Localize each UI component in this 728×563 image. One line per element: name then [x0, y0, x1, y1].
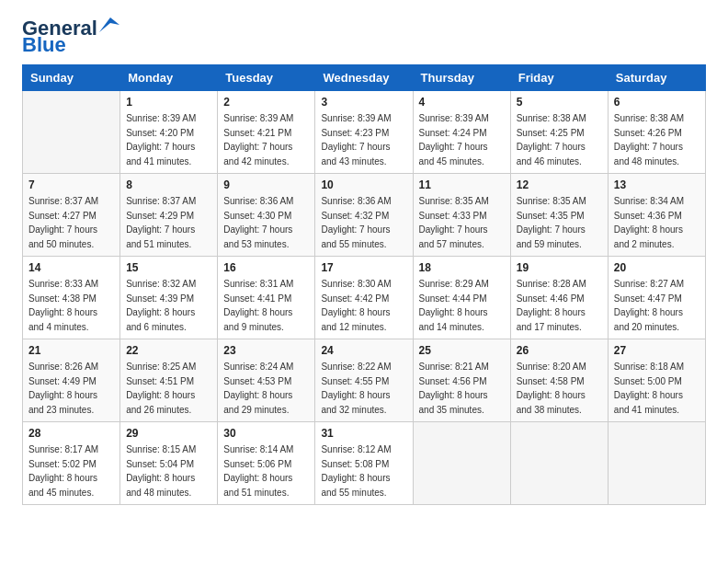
weekday-header: Sunday [23, 65, 120, 91]
calendar-cell: 5Sunrise: 8:38 AM Sunset: 4:25 PM Daylig… [510, 91, 608, 174]
calendar-cell: 15Sunrise: 8:32 AM Sunset: 4:39 PM Dayli… [120, 257, 218, 339]
calendar-cell [608, 422, 705, 505]
day-number: 3 [321, 96, 406, 109]
weekday-header: Monday [120, 65, 218, 91]
day-number: 2 [223, 96, 309, 109]
calendar-cell: 14Sunrise: 8:33 AM Sunset: 4:38 PM Dayli… [23, 257, 120, 339]
calendar-cell: 6Sunrise: 8:38 AM Sunset: 4:26 PM Daylig… [608, 91, 705, 174]
day-number: 21 [28, 344, 114, 357]
day-info: Sunrise: 8:36 AM Sunset: 4:32 PM Dayligh… [321, 194, 406, 251]
calendar-cell [23, 91, 120, 174]
day-info: Sunrise: 8:31 AM Sunset: 4:41 PM Dayligh… [223, 277, 309, 334]
calendar-cell: 3Sunrise: 8:39 AM Sunset: 4:23 PM Daylig… [315, 91, 413, 174]
calendar-cell: 2Sunrise: 8:39 AM Sunset: 4:21 PM Daylig… [218, 91, 315, 174]
calendar-cell [413, 422, 510, 505]
weekday-header: Tuesday [218, 65, 315, 91]
day-info: Sunrise: 8:37 AM Sunset: 4:27 PM Dayligh… [28, 194, 114, 251]
calendar-cell: 9Sunrise: 8:36 AM Sunset: 4:30 PM Daylig… [218, 174, 315, 257]
calendar-cell: 25Sunrise: 8:21 AM Sunset: 4:56 PM Dayli… [413, 339, 510, 422]
day-number: 8 [126, 178, 211, 191]
day-number: 20 [614, 261, 700, 274]
day-number: 14 [28, 261, 114, 274]
calendar-cell: 30Sunrise: 8:14 AM Sunset: 5:06 PM Dayli… [218, 422, 315, 505]
calendar-cell: 4Sunrise: 8:39 AM Sunset: 4:24 PM Daylig… [413, 91, 510, 174]
calendar-cell: 21Sunrise: 8:26 AM Sunset: 4:49 PM Dayli… [23, 339, 120, 422]
day-info: Sunrise: 8:14 AM Sunset: 5:06 PM Dayligh… [223, 442, 309, 500]
day-info: Sunrise: 8:33 AM Sunset: 4:38 PM Dayligh… [28, 277, 114, 334]
day-info: Sunrise: 8:34 AM Sunset: 4:36 PM Dayligh… [614, 194, 700, 251]
calendar-cell: 27Sunrise: 8:18 AM Sunset: 5:00 PM Dayli… [608, 339, 705, 422]
day-info: Sunrise: 8:12 AM Sunset: 5:08 PM Dayligh… [321, 442, 406, 500]
weekday-header: Wednesday [315, 65, 413, 91]
day-info: Sunrise: 8:17 AM Sunset: 5:02 PM Dayligh… [28, 442, 114, 500]
calendar-table: SundayMondayTuesdayWednesdayThursdayFrid… [22, 64, 706, 505]
day-number: 7 [28, 178, 114, 191]
day-number: 27 [614, 344, 700, 357]
day-number: 28 [28, 427, 114, 440]
calendar-cell: 28Sunrise: 8:17 AM Sunset: 5:02 PM Dayli… [23, 422, 120, 505]
day-number: 24 [321, 344, 406, 357]
day-info: Sunrise: 8:26 AM Sunset: 4:49 PM Dayligh… [28, 360, 114, 417]
logo-text-blue: Blue [22, 35, 66, 55]
day-info: Sunrise: 8:18 AM Sunset: 5:00 PM Dayligh… [614, 360, 700, 417]
calendar-cell: 20Sunrise: 8:27 AM Sunset: 4:47 PM Dayli… [608, 257, 705, 339]
day-number: 5 [517, 96, 602, 109]
day-number: 18 [419, 261, 505, 274]
calendar-week-row: 1Sunrise: 8:39 AM Sunset: 4:20 PM Daylig… [23, 91, 706, 174]
calendar-cell: 31Sunrise: 8:12 AM Sunset: 5:08 PM Dayli… [315, 422, 413, 505]
weekday-header: Saturday [608, 65, 705, 91]
calendar-cell: 22Sunrise: 8:25 AM Sunset: 4:51 PM Dayli… [120, 339, 218, 422]
weekday-header-row: SundayMondayTuesdayWednesdayThursdayFrid… [23, 65, 706, 91]
day-number: 12 [517, 178, 602, 191]
day-info: Sunrise: 8:39 AM Sunset: 4:24 PM Dayligh… [419, 111, 505, 168]
day-info: Sunrise: 8:38 AM Sunset: 4:25 PM Dayligh… [517, 111, 602, 168]
day-info: Sunrise: 8:30 AM Sunset: 4:42 PM Dayligh… [321, 277, 406, 334]
day-info: Sunrise: 8:39 AM Sunset: 4:21 PM Dayligh… [223, 111, 309, 168]
day-number: 11 [419, 178, 505, 191]
logo-bird-icon [99, 17, 119, 32]
calendar-header: SundayMondayTuesdayWednesdayThursdayFrid… [23, 65, 706, 91]
day-number: 22 [126, 344, 211, 357]
calendar-cell: 17Sunrise: 8:30 AM Sunset: 4:42 PM Dayli… [315, 257, 413, 339]
weekday-header: Thursday [413, 65, 510, 91]
calendar-cell: 23Sunrise: 8:24 AM Sunset: 4:53 PM Dayli… [218, 339, 315, 422]
day-info: Sunrise: 8:21 AM Sunset: 4:56 PM Dayligh… [419, 360, 505, 417]
day-number: 31 [321, 427, 406, 440]
logo: General Blue [22, 18, 119, 55]
day-info: Sunrise: 8:25 AM Sunset: 4:51 PM Dayligh… [126, 360, 211, 417]
calendar-cell: 29Sunrise: 8:15 AM Sunset: 5:04 PM Dayli… [120, 422, 218, 505]
day-number: 26 [517, 344, 602, 357]
day-info: Sunrise: 8:37 AM Sunset: 4:29 PM Dayligh… [126, 194, 211, 251]
day-number: 6 [614, 96, 700, 109]
day-info: Sunrise: 8:29 AM Sunset: 4:44 PM Dayligh… [419, 277, 505, 334]
day-number: 15 [126, 261, 211, 274]
calendar-cell: 13Sunrise: 8:34 AM Sunset: 4:36 PM Dayli… [608, 174, 705, 257]
day-number: 19 [517, 261, 602, 274]
calendar-cell: 12Sunrise: 8:35 AM Sunset: 4:35 PM Dayli… [510, 174, 608, 257]
day-info: Sunrise: 8:32 AM Sunset: 4:39 PM Dayligh… [126, 277, 211, 334]
day-number: 17 [321, 261, 406, 274]
day-info: Sunrise: 8:35 AM Sunset: 4:35 PM Dayligh… [517, 194, 602, 251]
day-info: Sunrise: 8:36 AM Sunset: 4:30 PM Dayligh… [223, 194, 309, 251]
calendar-cell: 24Sunrise: 8:22 AM Sunset: 4:55 PM Dayli… [315, 339, 413, 422]
day-number: 30 [223, 427, 309, 440]
calendar-cell: 10Sunrise: 8:36 AM Sunset: 4:32 PM Dayli… [315, 174, 413, 257]
page-header: General Blue [22, 18, 706, 55]
day-number: 29 [126, 427, 211, 440]
day-info: Sunrise: 8:39 AM Sunset: 4:20 PM Dayligh… [126, 111, 211, 168]
day-number: 10 [321, 178, 406, 191]
calendar-cell: 19Sunrise: 8:28 AM Sunset: 4:46 PM Dayli… [510, 257, 608, 339]
day-number: 1 [126, 96, 211, 109]
calendar-body: 1Sunrise: 8:39 AM Sunset: 4:20 PM Daylig… [23, 91, 706, 505]
calendar-week-row: 21Sunrise: 8:26 AM Sunset: 4:49 PM Dayli… [23, 339, 706, 422]
day-number: 23 [223, 344, 309, 357]
calendar-week-row: 7Sunrise: 8:37 AM Sunset: 4:27 PM Daylig… [23, 174, 706, 257]
calendar-cell: 11Sunrise: 8:35 AM Sunset: 4:33 PM Dayli… [413, 174, 510, 257]
day-info: Sunrise: 8:20 AM Sunset: 4:58 PM Dayligh… [517, 360, 602, 417]
day-number: 9 [223, 178, 309, 191]
day-info: Sunrise: 8:28 AM Sunset: 4:46 PM Dayligh… [517, 277, 602, 334]
day-info: Sunrise: 8:24 AM Sunset: 4:53 PM Dayligh… [223, 360, 309, 417]
day-number: 25 [419, 344, 505, 357]
calendar-cell: 18Sunrise: 8:29 AM Sunset: 4:44 PM Dayli… [413, 257, 510, 339]
calendar-cell [510, 422, 608, 505]
